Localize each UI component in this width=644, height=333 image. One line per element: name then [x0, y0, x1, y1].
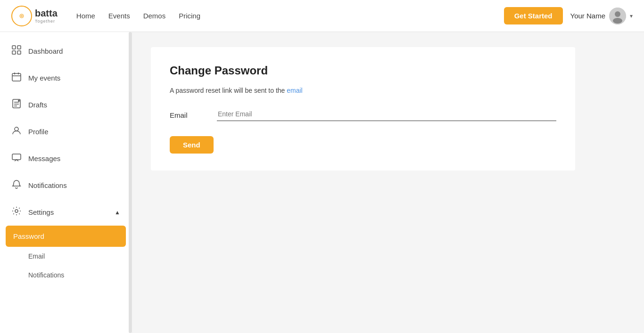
nav-demos[interactable]: Demos [143, 12, 166, 20]
calendar-icon [11, 72, 22, 84]
svg-rect-6 [17, 51, 21, 54]
email-input[interactable] [217, 107, 556, 121]
sidebar-item-label: Profile [28, 128, 49, 136]
navbar-right: Get Started Your Name ▾ [504, 7, 633, 24]
sidebar-sub-notifications[interactable]: Notifications [0, 266, 132, 284]
svg-rect-5 [12, 51, 16, 54]
sidebar-item-drafts[interactable]: Drafts [0, 91, 132, 118]
svg-point-16 [15, 127, 18, 131]
svg-rect-7 [12, 73, 21, 81]
svg-rect-3 [12, 46, 16, 49]
sidebar-sub-email[interactable]: Email [0, 247, 132, 266]
user-name-label: Your Name [570, 12, 606, 20]
navbar-links: Home Events Demos Pricing [76, 12, 504, 20]
get-started-button[interactable]: Get Started [504, 7, 563, 24]
settings-icon [11, 206, 22, 218]
messages-icon [11, 153, 22, 164]
sidebar-sub-password[interactable]: Password [6, 226, 126, 247]
sidebar-item-my-events[interactable]: My events [0, 65, 132, 91]
info-text-prefix: A password reset link will be sent to th… [170, 87, 285, 94]
main-content: Change Password A password reset link wi… [132, 32, 644, 333]
nav-events[interactable]: Events [108, 12, 130, 20]
content-card: Change Password A password reset link wi… [151, 47, 575, 171]
email-link[interactable]: email [287, 87, 302, 94]
svg-point-15 [18, 100, 20, 102]
logo[interactable]: ◎ batta Together [11, 6, 58, 26]
settings-label: Settings [28, 208, 54, 216]
svg-rect-17 [12, 154, 21, 160]
notifications-icon [11, 179, 22, 191]
sidebar-item-notifications[interactable]: Notifications [0, 172, 132, 199]
email-input-wrap [217, 107, 556, 121]
info-text: A password reset link will be sent to th… [170, 87, 556, 94]
svg-point-18 [15, 210, 18, 212]
user-menu[interactable]: Your Name ▾ [570, 8, 633, 24]
sidebar-sub-label: Password [13, 232, 44, 240]
profile-icon [11, 126, 22, 138]
settings-caret-icon: ▲ [115, 209, 120, 216]
sidebar-item-messages[interactable]: Messages [0, 145, 132, 172]
sidebar-item-label: Messages [28, 154, 60, 162]
sidebar-sub-label: Email [28, 252, 45, 260]
sidebar: Dashboard My events Drafts Profile Messa [0, 32, 132, 333]
logo-text-wrap: batta Together [35, 8, 58, 24]
sidebar-item-label: Dashboard [28, 47, 63, 55]
send-button[interactable]: Send [170, 136, 214, 154]
layout: Dashboard My events Drafts Profile Messa [0, 32, 644, 333]
sidebar-item-settings[interactable]: Settings ▲ [0, 199, 132, 226]
svg-point-1 [615, 11, 620, 17]
logo-tagline: Together [35, 19, 58, 24]
logo-circle: ◎ [11, 6, 32, 26]
sidebar-item-dashboard[interactable]: Dashboard [0, 38, 132, 65]
sidebar-scrollbar[interactable] [129, 32, 132, 333]
sidebar-item-profile[interactable]: Profile [0, 118, 132, 145]
sidebar-sub-label: Notifications [28, 271, 64, 279]
email-label: Email [170, 107, 198, 119]
logo-icon: ◎ [19, 13, 24, 18]
dashboard-icon [11, 45, 22, 57]
form-row: Email [170, 107, 556, 121]
user-avatar [609, 8, 626, 24]
nav-pricing[interactable]: Pricing [179, 12, 200, 20]
chevron-down-icon: ▾ [630, 13, 633, 19]
logo-name: batta [35, 8, 58, 19]
sidebar-item-label: My events [28, 74, 60, 82]
drafts-icon [11, 99, 22, 111]
sidebar-item-label: Notifications [28, 181, 67, 189]
sidebar-item-label: Drafts [28, 101, 47, 109]
svg-rect-4 [17, 46, 21, 49]
navbar: ◎ batta Together Home Events Demos Prici… [0, 0, 644, 32]
svg-point-2 [613, 18, 622, 24]
page-title: Change Password [170, 64, 556, 77]
nav-home[interactable]: Home [76, 12, 95, 20]
